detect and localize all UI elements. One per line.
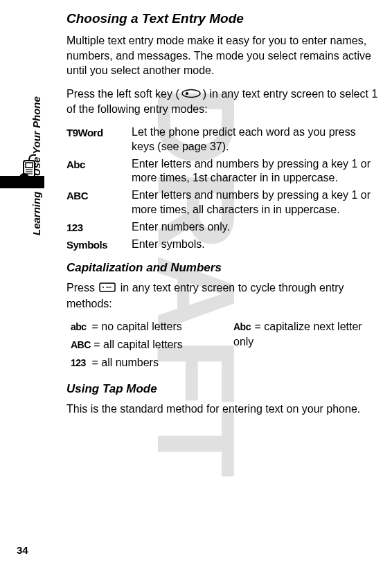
cap-term: ABC: [71, 339, 91, 352]
mode-term: Abc: [66, 157, 132, 170]
svg-point-10: [103, 287, 104, 288]
para-tap-mode: This is the standard method for entering…: [66, 402, 380, 417]
heading-capitalization: Capitalization and Numbers: [66, 261, 380, 275]
table-row: Abc Enter letters and numbers by pressin…: [66, 157, 380, 186]
left-softkey-icon: [181, 87, 202, 102]
cap-item: Abc = capitalize next letter only: [233, 319, 380, 349]
table-row: Symbols Enter symbols.: [66, 237, 380, 252]
page-number: 34: [17, 544, 28, 556]
cap-desc: = capitalize next letter only: [233, 321, 362, 348]
mode-term: ABC: [66, 188, 132, 201]
capitalization-grid: abc = no capital letters ABC = all capit…: [66, 319, 380, 372]
para-press-softkey: Press the left soft key () in any text e…: [66, 87, 380, 117]
cap-term: 123: [71, 357, 89, 370]
cap-col-left: abc = no capital letters ABC = all capit…: [71, 319, 217, 372]
text-fragment: Press the left soft key (: [66, 88, 179, 100]
para-cycle-methods: Press in any text entry screen to cycle …: [66, 280, 380, 311]
cap-item: 123 = all numbers: [71, 355, 217, 370]
mode-term: T9Word: [66, 125, 132, 138]
mode-term: 123: [66, 220, 132, 233]
svg-rect-1: [26, 163, 33, 168]
mode-desc: Enter numbers only.: [132, 220, 380, 235]
cap-item: ABC = all capital letters: [71, 337, 217, 352]
cap-item: abc = no capital letters: [71, 319, 217, 334]
cap-desc: = no capital letters: [89, 321, 182, 332]
mode-desc: Enter letters and numbers by pressing a …: [132, 188, 380, 217]
cap-col-right: Abc = capitalize next letter only: [233, 319, 380, 372]
mode-term: Symbols: [66, 237, 132, 251]
svg-point-7: [182, 89, 200, 97]
phone-info-icon: i: [17, 151, 44, 190]
cap-term: abc: [71, 321, 89, 334]
table-row: 123 Enter numbers only.: [66, 220, 380, 235]
para-intro: Multiple text entry mode make it easy fo…: [66, 33, 380, 78]
page-container: Learning to Use Your Phone i Choosing a …: [0, 0, 392, 567]
heading-tap-mode: Using Tap Mode: [66, 382, 380, 396]
mode-desc: Enter letters and numbers by pressing a …: [132, 157, 380, 186]
mode-desc: Let the phone predict each word as you p…: [132, 125, 380, 154]
entry-modes-table: T9Word Let the phone predict each word a…: [66, 125, 380, 251]
key-icon: [99, 281, 116, 296]
text-fragment: Press: [66, 282, 98, 294]
svg-point-8: [186, 92, 188, 95]
main-content: Choosing a Text Entry Mode Multiple text…: [66, 10, 380, 417]
cap-desc: = all capital letters: [91, 339, 183, 350]
table-row: ABC Enter letters and numbers by pressin…: [66, 188, 380, 217]
heading-choosing-mode: Choosing a Text Entry Mode: [66, 11, 380, 26]
mode-desc: Enter symbols.: [132, 237, 380, 252]
cap-desc: = all numbers: [89, 357, 159, 368]
table-row: T9Word Let the phone predict each word a…: [66, 125, 380, 154]
cap-term: Abc: [233, 321, 251, 334]
